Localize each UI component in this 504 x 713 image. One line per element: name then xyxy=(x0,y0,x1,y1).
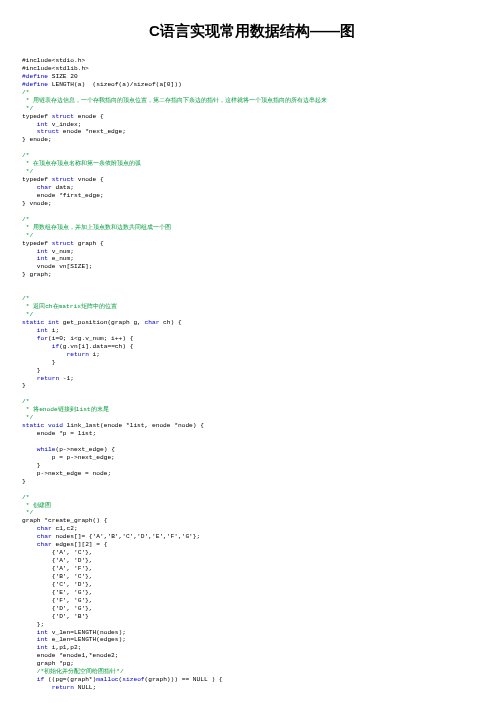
document-page: C语言实现常用数据结构——图 #include<stdio.h> #includ… xyxy=(0,0,504,712)
page-title: C语言实现常用数据结构——图 xyxy=(22,22,482,41)
code-block: #include<stdio.h> #include<stdlib.h> #de… xyxy=(22,57,482,692)
